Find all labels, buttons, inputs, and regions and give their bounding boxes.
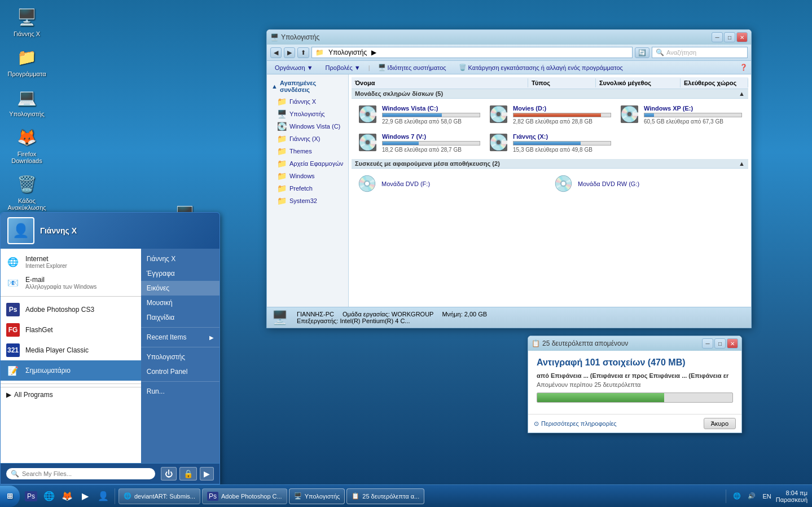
address-input[interactable]: 📁 Υπολογιστής ▶	[311, 47, 633, 58]
desktop-icon-mycomputer[interactable]: 💻 Υπολογιστής	[6, 86, 48, 117]
uninstall-button[interactable]: 🗑️ Κατάργηση εγκατάστασης ή αλλαγή ενός …	[454, 63, 627, 72]
up-button[interactable]: ⬆	[297, 47, 309, 58]
right-item-music[interactable]: Μουσική	[141, 296, 220, 310]
menu-item-photoshop[interactable]: Ps Adobe Photoshop CS3	[1, 299, 141, 320]
menu-item-internet[interactable]: 🌐 Internet Internet Explorer	[1, 252, 141, 272]
drive-e-icon: 💽	[620, 105, 639, 124]
back-button[interactable]: ◀	[270, 47, 282, 58]
lock-button[interactable]: 🔒	[179, 467, 197, 480]
right-item-recent[interactable]: Recent Items ▶	[141, 330, 220, 345]
task-explorer[interactable]: 🖥️ Υπολογιστής	[289, 488, 345, 504]
power-button[interactable]: ⏻	[161, 467, 177, 480]
start-button[interactable]: ⊞	[0, 486, 20, 507]
quicklaunch-user-button[interactable]: 👤	[95, 488, 111, 504]
status-workgroup: Ομάδα εργασίας: WORKGROUP	[343, 311, 433, 318]
desktop-icon-recycle[interactable]: 🗑️ Κάδος Ανακύκλωσης	[6, 173, 48, 211]
explorer-search[interactable]: 🔍 Αναζήτηση	[652, 47, 748, 58]
quicklaunch-ps-button[interactable]: Ps	[23, 488, 39, 504]
refresh-button[interactable]: 🔄	[635, 47, 649, 58]
drive-e[interactable]: 💽 Windows XP (E:) 60,5 GB ελεύθερα από 6…	[616, 102, 745, 128]
right-music-label: Μουσική	[147, 299, 173, 307]
right-recent-label: Recent Items	[147, 333, 187, 341]
taskbar-tasks: 🌐 deviantART: Submis... Ps Adobe Photosh…	[115, 488, 726, 504]
menu-item-mediaplayer[interactable]: 321 Media Player Classic	[1, 340, 141, 360]
drive-c[interactable]: 💽 Windows Vista (C:) 22,9 GB ελεύθερα απ…	[354, 102, 484, 128]
drives-grid: 💽 Windows Vista (C:) 22,9 GB ελεύθερα απ…	[352, 99, 748, 159]
sidebar-item-yiannis[interactable]: 📁 Γιάννης Χ	[267, 95, 348, 108]
sidebar-computer-label: Υπολογιστής	[289, 111, 325, 117]
sidebar-item-prefetch[interactable]: 📁 Prefetch	[267, 182, 348, 195]
close-button[interactable]: ✕	[736, 32, 748, 42]
status-pcname: ΓΙΑΝΝΗΣ-PC	[297, 311, 334, 318]
properties-button[interactable]: 🖥️ Ιδιότητες συστήματος	[374, 63, 451, 72]
right-item-run[interactable]: Run...	[141, 384, 220, 399]
quicklaunch-ps-icon: Ps	[25, 491, 37, 501]
desktop-icon-firefox[interactable]: 🦊 Firefox Downloads	[6, 126, 48, 164]
copy-maximize-button[interactable]: □	[714, 338, 726, 349]
copy-cancel-button[interactable]: Άκυρο	[704, 418, 736, 429]
task-photoshop[interactable]: Ps Adobe Photoshop C...	[202, 488, 287, 504]
col-free-space[interactable]: Ελεύθερος χώρος	[681, 78, 748, 87]
right-item-computer[interactable]: Υπολογιστής	[141, 350, 220, 364]
explorer-search-placeholder: Αναζήτηση	[666, 49, 696, 56]
views-button[interactable]: Προβολές ▼	[321, 63, 365, 72]
quicklaunch-firefox-button[interactable]: 🦊	[59, 488, 75, 504]
tray-network-icon: 🌐	[731, 492, 743, 500]
drive-x[interactable]: 💽 Γιάννης (Χ:) 15,3 GB ελεύθερα από 49,8…	[485, 130, 615, 156]
menu-item-email[interactable]: 📧 E-mail Αλληλογραφία των Windows	[1, 272, 141, 293]
search-input[interactable]	[22, 470, 151, 477]
task-photoshop-icon: Ps	[207, 492, 218, 501]
task-copy[interactable]: 📋 25 δευτερόλεπτα α...	[346, 488, 424, 504]
drive-e-bar-container	[644, 113, 742, 117]
right-item-games[interactable]: Παιχνίδια	[141, 310, 220, 325]
right-item-documents[interactable]: Έγγραφα	[141, 266, 220, 281]
toolbar-separator: |	[368, 64, 370, 71]
desktop-icon-programs[interactable]: 📁 Προγράμματα	[6, 46, 48, 77]
sidebar-item-themes[interactable]: 📁 Themes	[267, 145, 348, 157]
minimize-button[interactable]: ─	[712, 32, 723, 42]
right-item-pictures[interactable]: Εικόνες	[141, 281, 220, 296]
dvd-f[interactable]: 💿 Μονάδα DVD (F:)	[354, 171, 549, 196]
right-item-control-panel[interactable]: Control Panel	[141, 364, 220, 379]
arrow-button[interactable]: ▶	[200, 467, 214, 480]
right-computer-label: Υπολογιστής	[147, 353, 185, 361]
maximize-button[interactable]: □	[724, 32, 735, 42]
tray-volume-icon: 🔊	[745, 492, 758, 500]
drive-d-name: Movies (D:)	[513, 105, 611, 112]
sidebar-item-yiannis-x[interactable]: 📁 Γιάννης (Χ)	[267, 133, 348, 145]
forward-button[interactable]: ▶	[284, 47, 295, 58]
dvd-g[interactable]: 💿 Μονάδα DVD RW (G:)	[551, 171, 745, 196]
drive-d[interactable]: 💽 Movies (D:) 2,82 GB ελεύθερα από 28,8 …	[485, 102, 615, 128]
more-info-toggle[interactable]: ⊙ Περισσότερες πληροφορίες	[534, 420, 617, 427]
explorer-titlebar: 🖥️ Υπολογιστής ─ □ ✕	[267, 30, 751, 45]
quicklaunch-media-button[interactable]: ▶	[77, 488, 93, 504]
task-copy-label: 25 δευτερόλεπτα α...	[362, 493, 419, 500]
sidebar-item-windows[interactable]: 📁 Windows	[267, 170, 348, 182]
menu-item-flashget[interactable]: FG FlashGet	[1, 320, 141, 340]
explorer-search-icon: 🔍	[656, 49, 664, 56]
organize-button[interactable]: Οργάνωση ▼	[270, 63, 318, 72]
drive-v[interactable]: 💽 Windows 7 (V:) 18,2 GB ελεύθερα από 28…	[354, 130, 484, 156]
copy-from-src: Επιφάνεια ... (Επιφάνεια εr	[551, 372, 630, 379]
all-programs-item[interactable]: ▶ All Programs	[1, 387, 141, 402]
sidebar-item-apps[interactable]: 📁 Αρχεία Εφαρμογών	[267, 157, 348, 170]
task-deviantart[interactable]: 🌐 deviantART: Submis...	[118, 488, 200, 504]
status-row1: ΓΙΑΝΝΗΣ-PC Ομάδα εργασίας: WORKGROUP Μνή…	[297, 311, 487, 318]
col-name[interactable]: Όνομα	[352, 78, 528, 87]
right-item-yiannis[interactable]: Γιάννης Χ	[141, 252, 220, 266]
col-type[interactable]: Τύπος	[528, 78, 596, 87]
sidebar-item-computer[interactable]: 🖥️ Υπολογιστής	[267, 108, 348, 120]
menu-item-notepad[interactable]: 📝 Σημειωματάριο	[1, 360, 141, 381]
start-menu-left: 🌐 Internet Internet Explorer 📧 E-mail Αλ…	[1, 249, 141, 463]
copy-minimize-button[interactable]: ─	[702, 338, 713, 349]
quicklaunch-ie-button[interactable]: 🌐	[41, 488, 57, 504]
tray-language[interactable]: EN	[760, 493, 773, 500]
copy-close-button[interactable]: ✕	[727, 338, 738, 349]
desktop-icon-computer-top[interactable]: 🖥️ Γιάννης Χ	[6, 6, 48, 37]
sidebar-item-vista[interactable]: 💽 Windows Vista (C)	[267, 120, 348, 133]
col-total-size[interactable]: Συνολικό μέγεθος	[596, 78, 681, 87]
mycomputer-label: Υπολογιστής	[9, 111, 45, 117]
sidebar-item-system32[interactable]: 📁 System32	[267, 195, 348, 207]
computer-top-label: Γιάννης Χ	[14, 30, 40, 37]
quicklaunch-user-icon: 👤	[98, 491, 109, 501]
